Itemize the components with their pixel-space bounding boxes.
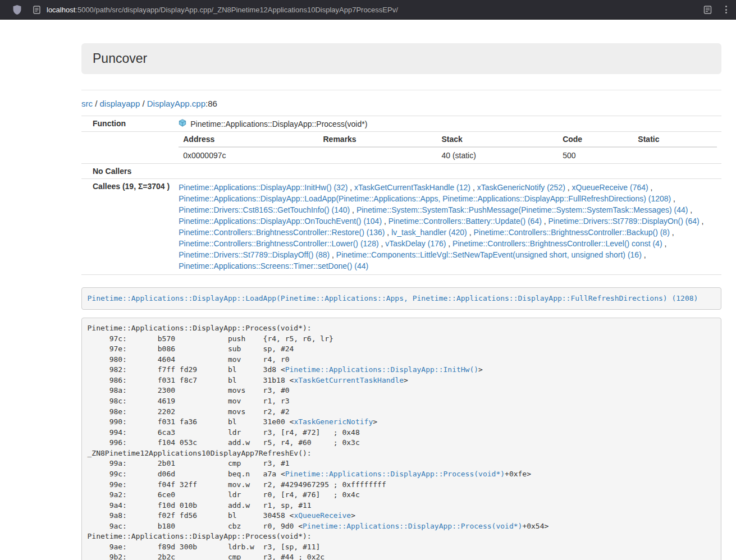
stats-table: Address Remarks Stack Code Static 0x0000…: [179, 132, 717, 163]
url-host: localhost: [47, 6, 75, 14]
function-cube-icon: [179, 119, 186, 128]
column-stack: Stack: [437, 132, 558, 147]
address-bar[interactable]: localhost:5000/path/src/displayapp/Displ…: [47, 6, 694, 14]
callee-link[interactable]: Pinetime::Components::LittleVgl::SetNewT…: [336, 250, 642, 259]
function-row-label: Function: [81, 116, 174, 132]
function-name: Pinetime::Applications::DisplayApp::Proc…: [190, 120, 367, 128]
reader-view-icon[interactable]: [703, 6, 712, 14]
callee-link[interactable]: vTaskDelay (176): [385, 239, 446, 248]
callee-link[interactable]: Pinetime::Controllers::BrightnessControl…: [473, 228, 669, 237]
browser-chrome: localhost:5000/path/src/displayapp/Displ…: [0, 0, 736, 20]
breadcrumb-link[interactable]: displayapp: [100, 99, 140, 108]
static-value: [633, 147, 717, 163]
callee-link[interactable]: Pinetime::Applications::DisplayApp::Load…: [179, 194, 671, 203]
divider: [81, 90, 721, 90]
breadcrumb: src / displayapp / DisplayApp.cpp:86: [81, 99, 721, 108]
asm-symbol-link[interactable]: Pinetime::Applications::DisplayApp::Init…: [285, 365, 478, 374]
disassembly-pre: Pinetime::Applications::DisplayApp::Proc…: [81, 318, 721, 560]
column-remarks: Remarks: [319, 132, 437, 147]
callee-link[interactable]: Pinetime::Applications::DisplayApp::OnTo…: [179, 217, 382, 226]
callee-link[interactable]: Pinetime::System::SystemTask::PushMessag…: [356, 205, 688, 214]
page-title: Puncover: [93, 51, 710, 66]
callee-link[interactable]: Pinetime::Controllers::BrightnessControl…: [179, 239, 378, 248]
asm-symbol-link[interactable]: Pinetime::Applications::DisplayApp::Proc…: [303, 522, 522, 530]
callee-link[interactable]: lv_task_handler (420): [391, 228, 467, 237]
callees-list: Pinetime::Applications::DisplayApp::Init…: [174, 179, 721, 275]
callee-link[interactable]: Pinetime::Controllers::Battery::Update()…: [388, 217, 542, 226]
url-path: :5000/path/src/displayapp/DisplayApp.cpp…: [75, 6, 398, 14]
main-content: Puncover src / displayapp / DisplayApp.c…: [81, 43, 721, 560]
callee-link[interactable]: Pinetime::Drivers::St7789::DisplayOff() …: [179, 250, 330, 259]
stats-value-row: 0x0000097c 40 (static) 500: [179, 147, 717, 163]
loadapp-link[interactable]: Pinetime::Applications::DisplayApp::Load…: [88, 294, 698, 302]
callee-link[interactable]: Pinetime::Controllers::BrightnessControl…: [179, 228, 385, 237]
stats-row: Address Remarks Stack Code Static 0x0000…: [81, 132, 721, 164]
function-info-table: Function Pinetime::Applications::Display…: [81, 116, 721, 275]
highlighted-symbol-box: Pinetime::Applications::DisplayApp::Load…: [81, 287, 721, 310]
callees-row: Callees (19, Σ=3704 ) Pinetime::Applicat…: [81, 179, 721, 275]
stats-header-row: Address Remarks Stack Code Static: [179, 132, 717, 147]
callee-link[interactable]: xTaskGetCurrentTaskHandle (12): [354, 183, 470, 192]
column-address: Address: [179, 132, 318, 147]
stack-value: 40 (static): [437, 147, 558, 163]
callees-label: Callees (19, Σ=3704 ): [81, 179, 174, 275]
callee-link[interactable]: xQueueReceive (764): [572, 183, 648, 192]
no-callers-label: No Callers: [81, 164, 174, 179]
column-code: Code: [558, 132, 633, 147]
page-icon[interactable]: [33, 6, 40, 14]
breadcrumb-link[interactable]: src: [81, 99, 93, 108]
callee-link[interactable]: Pinetime::Drivers::St7789::DisplayOn() (…: [548, 217, 700, 226]
asm-symbol-link[interactable]: xQueueReceive: [294, 511, 351, 520]
asm-symbol-link[interactable]: xTaskGetCurrentTaskHandle: [294, 376, 404, 384]
callee-link[interactable]: Pinetime::Applications::DisplayApp::Init…: [179, 183, 348, 192]
address-value: 0x0000097c: [179, 147, 318, 163]
app-header: Puncover: [81, 43, 721, 74]
column-static: Static: [633, 132, 717, 147]
kebab-menu-icon[interactable]: [724, 4, 728, 15]
callee-link[interactable]: Pinetime::Controllers::BrightnessControl…: [452, 239, 662, 248]
breadcrumb-link[interactable]: DisplayApp.cpp: [147, 99, 205, 108]
remarks-value: [319, 147, 437, 163]
asm-symbol-link[interactable]: Pinetime::Applications::DisplayApp::Proc…: [285, 470, 505, 478]
function-row: Function Pinetime::Applications::Display…: [81, 116, 721, 132]
asm-symbol-link[interactable]: xTaskGenericNotify: [294, 417, 373, 426]
shield-icon[interactable]: [12, 4, 22, 15]
code-value: 500: [558, 147, 633, 163]
no-callers-row: No Callers: [81, 164, 721, 179]
callee-link[interactable]: Pinetime::Drivers::Cst816S::GetTouchInfo…: [179, 205, 350, 214]
callee-link[interactable]: xTaskGenericNotify (252): [477, 183, 565, 192]
callee-link[interactable]: Pinetime::Applications::Screens::Timer::…: [179, 261, 368, 270]
